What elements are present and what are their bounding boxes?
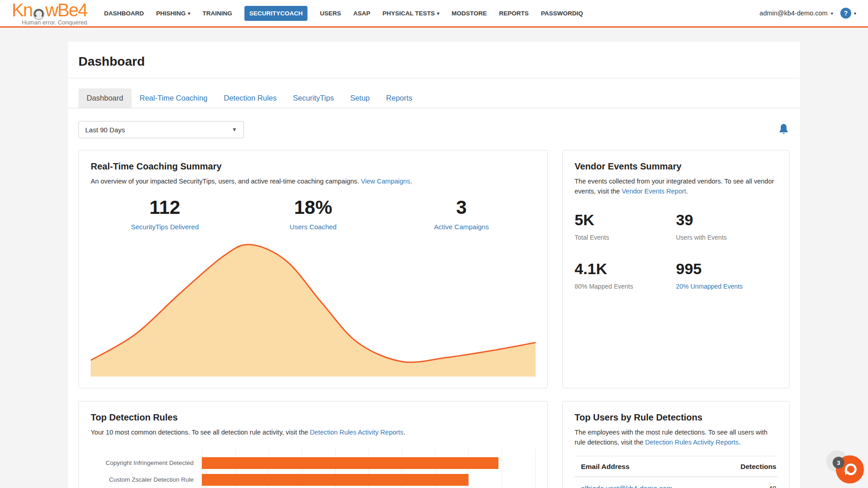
active-campaigns-link[interactable]: Active Campaigns: [387, 223, 536, 231]
bar-plot-area: [202, 449, 536, 488]
detection-rules-activity-reports-link[interactable]: Detection Rules Activity Reports: [645, 439, 739, 446]
stat-label: Total Events: [575, 234, 676, 241]
column-header-detections: Detections: [722, 456, 777, 477]
nav-item-asap[interactable]: ASAP: [353, 10, 371, 17]
table-row: elfriede.yost@kb4-demo.com 48: [575, 477, 777, 488]
account-email: admin@kb4-demo.com: [760, 10, 828, 17]
view-campaigns-link[interactable]: View Campaigns: [361, 178, 410, 185]
top-navigation-bar: Kn wBe4 Human error. Conquered. DASHBOAR…: [0, 0, 868, 28]
bar: [202, 457, 498, 469]
bar-category-label: Copyright Infringement Detected: [91, 454, 194, 471]
users-coached-link[interactable]: Users Coached: [239, 223, 387, 231]
card-title: Top Users by Rule Detections: [575, 412, 777, 423]
stat-users-coached: 18% Users Coached: [239, 198, 387, 231]
card-description: Your 10 most common detections. To see a…: [91, 427, 536, 437]
card-description: The employees with the most rule detecti…: [575, 427, 777, 448]
table-header-row: Email Address Detections: [575, 456, 777, 477]
tab-securitytips[interactable]: SecurityTips: [285, 88, 342, 108]
stat-label: Users with Events: [676, 234, 778, 241]
stat-total-events: 5K Total Events: [575, 212, 676, 241]
vendor-events-report-link[interactable]: Vendor Events Report: [622, 188, 686, 195]
nav-item-securitycoach[interactable]: SECURITYCOACH: [244, 6, 308, 21]
nav-item-users[interactable]: USERS: [320, 10, 341, 17]
card-description: The events collected from your integrate…: [575, 176, 777, 197]
card-title: Top Detection Rules: [91, 412, 536, 423]
account-menu[interactable]: admin@kb4-demo.com ▾: [760, 10, 833, 17]
top-detection-rules-chart: Copyright Infringement DetectedCustom Zs…: [91, 449, 536, 488]
nav-item-passwordiq[interactable]: PASSWORDIQ: [541, 10, 583, 17]
date-range-select[interactable]: Last 90 Days ▼: [78, 121, 244, 138]
stat-label: 80% Mapped Events: [575, 283, 676, 290]
bar: [202, 474, 468, 486]
top-users-table: Email Address Detections elfriede.yost@k…: [575, 456, 777, 488]
detection-rules-activity-reports-link[interactable]: Detection Rules Activity Reports: [310, 429, 403, 436]
logo-text-right: wBe4: [45, 1, 87, 19]
stat-value: 4.1K: [575, 261, 676, 276]
page-header: Dashboard: [68, 42, 800, 78]
caret-down-icon: ▾: [854, 11, 856, 16]
card-description: An overview of your impacted SecurityTip…: [91, 176, 536, 186]
filter-row: Last 90 Days ▼: [68, 108, 800, 138]
notifications-bell-icon[interactable]: [778, 123, 790, 136]
caret-down-icon: ▾: [437, 11, 439, 16]
nav-item-physical-tests[interactable]: PHYSICAL TESTS▾: [383, 10, 439, 17]
top-users-card: Top Users by Rule Detections The employe…: [562, 401, 790, 488]
tab-real-time-coaching[interactable]: Real-Time Coaching: [132, 88, 216, 108]
knowbe4-logo[interactable]: Kn wBe4 Human error. Conquered.: [12, 1, 88, 25]
stat-value: 112: [91, 198, 239, 217]
stat-active-campaigns: 3 Active Campaigns: [387, 198, 536, 231]
column-header-email: Email Address: [575, 456, 722, 477]
stat-value: 995: [676, 261, 778, 276]
help-menu[interactable]: ? ▾: [840, 8, 856, 19]
stat-value: 39: [676, 212, 778, 227]
real-time-coaching-summary-card: Real-Time Coaching Summary An overview o…: [78, 150, 548, 388]
page-title: Dashboard: [78, 54, 790, 69]
top-detection-rules-card: Top Detection Rules Your 10 most common …: [78, 401, 548, 488]
coaching-area-fill: [91, 245, 536, 377]
bar-row: [202, 454, 535, 471]
stat-users-with-events: 39 Users with Events: [676, 212, 778, 241]
card-title: Vendor Events Summary: [575, 161, 777, 172]
logo-tagline: Human error. Conquered.: [22, 19, 88, 25]
logo-brand: Kn wBe4: [12, 1, 88, 19]
stat-unmapped-events: 995 20% Unmapped Events: [676, 261, 778, 290]
help-icon: ?: [840, 8, 851, 19]
nav-item-reports[interactable]: REPORTS: [499, 10, 529, 17]
coaching-stats: 112 SecurityTips Delivered 18% Users Coa…: [91, 198, 536, 231]
user-detections-cell: 48: [722, 477, 777, 488]
stat-mapped-events: 4.1K 80% Mapped Events: [575, 261, 676, 290]
notification-badge: 3: [833, 457, 844, 469]
tab-setup[interactable]: Setup: [342, 88, 378, 108]
bar-row: [202, 471, 535, 488]
tab-bar: Dashboard Real-Time Coaching Detection R…: [68, 88, 800, 108]
tab-reports[interactable]: Reports: [378, 88, 420, 108]
nav-item-training[interactable]: TRAINING: [202, 10, 232, 17]
caret-down-icon: ▼: [232, 126, 237, 133]
caret-down-icon: ▾: [831, 11, 833, 16]
coaching-area-chart: [91, 241, 536, 377]
caret-down-icon: ▾: [188, 11, 190, 16]
primary-nav: DASHBOARD PHISHING▾ TRAINING SECURITYCOA…: [104, 6, 583, 21]
vendor-stats: 5K Total Events 39 Users with Events 4.1…: [575, 212, 777, 290]
securitytips-delivered-link[interactable]: SecurityTips Delivered: [91, 223, 239, 231]
stat-value: 3: [387, 198, 536, 217]
vendor-events-summary-card: Vendor Events Summary The events collect…: [562, 150, 790, 388]
topnav-right: admin@kb4-demo.com ▾ ? ▾: [760, 8, 856, 19]
user-email-cell: elfriede.yost@kb4-demo.com: [575, 477, 722, 488]
tab-dashboard[interactable]: Dashboard: [78, 88, 132, 108]
nav-item-phishing[interactable]: PHISHING▾: [156, 10, 190, 17]
nav-item-modstore[interactable]: MODSTORE: [452, 10, 487, 17]
cards-grid: Real-Time Coaching Summary An overview o…: [68, 138, 800, 488]
nav-item-dashboard[interactable]: DASHBOARD: [104, 10, 144, 17]
user-email-link[interactable]: elfriede.yost@kb4-demo.com: [581, 484, 673, 488]
knob-icon: [33, 5, 45, 17]
stat-value: 18%: [239, 198, 387, 217]
bar-category-label: Custom Zscaler Detection Rule: [91, 471, 194, 488]
tab-detection-rules[interactable]: Detection Rules: [216, 88, 285, 108]
bar-labels-column: Copyright Infringement DetectedCustom Zs…: [91, 449, 202, 488]
unmapped-events-link[interactable]: 20% Unmapped Events: [676, 283, 778, 290]
main-content: Dashboard Dashboard Real-Time Coaching D…: [68, 42, 800, 488]
stat-securitytips-delivered: 112 SecurityTips Delivered: [91, 198, 239, 231]
logo-text-left: Kn: [12, 1, 32, 19]
stat-value: 5K: [575, 212, 676, 227]
